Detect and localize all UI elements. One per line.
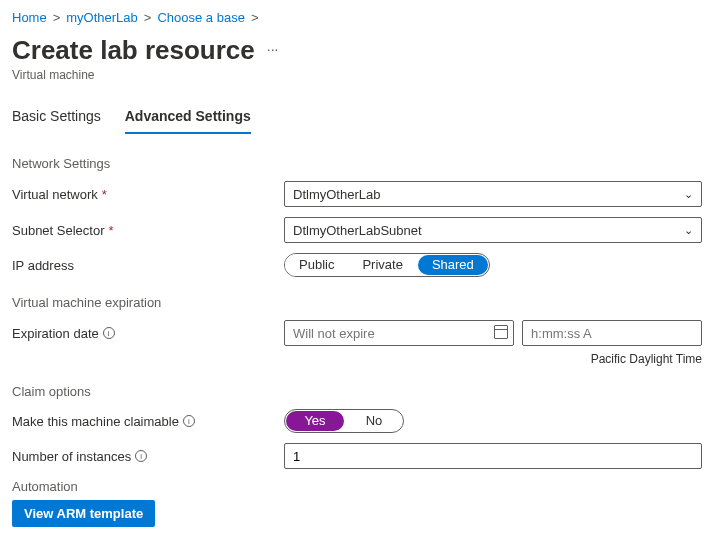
chevron-right-icon: > <box>144 10 152 25</box>
view-arm-template-button[interactable]: View ARM template <box>12 500 155 527</box>
tab-basic-settings[interactable]: Basic Settings <box>12 102 101 134</box>
more-actions-button[interactable]: ··· <box>267 41 279 57</box>
claimable-toggle: Yes No <box>284 409 404 433</box>
expiration-time-input[interactable] <box>522 320 702 346</box>
claimable-no[interactable]: No <box>345 410 403 432</box>
breadcrumb-link-lab[interactable]: myOtherLab <box>66 10 138 25</box>
instances-input[interactable] <box>284 443 702 469</box>
ip-option-public[interactable]: Public <box>285 254 348 276</box>
required-icon: * <box>109 223 114 238</box>
section-automation: Automation <box>12 479 702 494</box>
calendar-icon[interactable] <box>494 325 508 339</box>
chevron-down-icon: ⌄ <box>684 224 693 237</box>
claimable-yes[interactable]: Yes <box>286 411 344 431</box>
breadcrumb-link-choose-base[interactable]: Choose a base <box>157 10 244 25</box>
section-vm-expiration: Virtual machine expiration <box>12 295 702 310</box>
breadcrumb-link-home[interactable]: Home <box>12 10 47 25</box>
breadcrumb: Home > myOtherLab > Choose a base > <box>12 10 702 25</box>
page-subtitle: Virtual machine <box>12 68 702 82</box>
info-icon[interactable]: i <box>135 450 147 462</box>
info-icon[interactable]: i <box>103 327 115 339</box>
claimable-label: Make this machine claimable i <box>12 414 260 429</box>
expiration-date-label: Expiration date i <box>12 326 260 341</box>
virtual-network-label: Virtual network * <box>12 187 260 202</box>
chevron-right-icon: > <box>53 10 61 25</box>
chevron-right-icon: > <box>251 10 259 25</box>
instances-label: Number of instances i <box>12 449 260 464</box>
page-title: Create lab resource <box>12 35 255 66</box>
section-claim-options: Claim options <box>12 384 702 399</box>
ip-address-label: IP address <box>12 258 260 273</box>
ip-option-private[interactable]: Private <box>348 254 416 276</box>
ip-option-shared[interactable]: Shared <box>418 255 488 275</box>
virtual-network-select[interactable]: DtlmyOtherLab ⌄ <box>284 181 702 207</box>
subnet-selector-label: Subnet Selector * <box>12 223 260 238</box>
subnet-select[interactable]: DtlmyOtherLabSubnet ⌄ <box>284 217 702 243</box>
info-icon[interactable]: i <box>183 415 195 427</box>
tab-advanced-settings[interactable]: Advanced Settings <box>125 102 251 134</box>
ip-address-toggle: Public Private Shared <box>284 253 490 277</box>
timezone-label: Pacific Daylight Time <box>284 352 702 366</box>
expiration-date-input[interactable] <box>284 320 514 346</box>
chevron-down-icon: ⌄ <box>684 188 693 201</box>
section-network-settings: Network Settings <box>12 156 702 171</box>
required-icon: * <box>102 187 107 202</box>
tab-strip: Basic Settings Advanced Settings <box>12 102 702 134</box>
